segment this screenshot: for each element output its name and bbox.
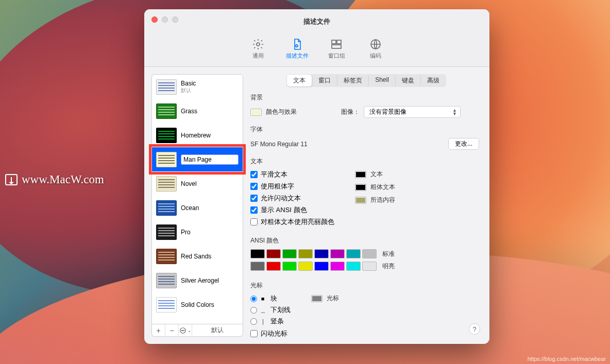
checkbox-input[interactable] xyxy=(250,183,258,190)
profile-thumbnail xyxy=(156,200,177,216)
checkbox-input[interactable] xyxy=(250,218,258,226)
ansi-color-well[interactable] xyxy=(266,262,281,271)
ansi-color-well[interactable] xyxy=(330,262,345,271)
ansi-color-well[interactable] xyxy=(314,262,329,271)
profile-thumbnail xyxy=(156,297,177,313)
toolbar-general[interactable]: 通用 xyxy=(246,36,270,66)
bright-bold-checkbox[interactable]: 对粗体文本使用亮丽颜色 xyxy=(250,217,334,227)
change-font-button[interactable]: 更改... xyxy=(448,138,479,150)
tab-window[interactable]: 窗口 xyxy=(312,75,337,86)
checkbox-label: 允许闪动文本 xyxy=(261,194,301,203)
ansi-color-well[interactable] xyxy=(282,249,297,258)
window-title: 描述文件 xyxy=(144,17,489,26)
radio-input[interactable] xyxy=(250,296,257,302)
background-image-select[interactable]: 没有背景图像 ▲▼ xyxy=(364,106,461,118)
profiles-panel: Basic默认GrassHomebrewNovelOceanProRed San… xyxy=(151,74,243,337)
checkbox-label: 显示 ANSI 颜色 xyxy=(261,205,307,215)
tab-shell[interactable]: Shell xyxy=(369,75,396,86)
use-bold-checkbox[interactable]: 使用粗体字 xyxy=(250,182,334,191)
profile-label-column: Ocean xyxy=(181,204,199,212)
ansi-color-well[interactable] xyxy=(250,249,265,258)
section-title: 字体 xyxy=(250,125,482,134)
window-minimize-button[interactable] xyxy=(162,16,168,23)
radio-input[interactable] xyxy=(250,307,257,314)
profile-row-ocean[interactable]: Ocean xyxy=(152,196,243,220)
tab-tab[interactable]: 标签页 xyxy=(337,75,369,86)
toolbar-profiles[interactable]: 描述文件 xyxy=(285,36,309,66)
smooth-text-checkbox[interactable]: 平滑文本 xyxy=(250,170,334,179)
ansi-color-well[interactable] xyxy=(362,249,377,258)
text-color-label: 文本 xyxy=(370,170,383,179)
section-background: 背景 颜色与效果 图像： 没有背景图像 ▲▼ xyxy=(250,93,482,118)
ansi-color-well[interactable] xyxy=(266,249,281,258)
profile-thumbnail xyxy=(156,103,177,119)
blink-cursor-checkbox[interactable]: 闪动光标 xyxy=(250,329,291,338)
profile-name: Basic xyxy=(181,80,196,87)
window-zoom-button[interactable] xyxy=(172,16,178,23)
ansi-color-well[interactable] xyxy=(298,249,313,258)
profiles-list[interactable]: Basic默认GrassHomebrewNovelOceanProRed San… xyxy=(151,74,243,324)
profile-row-man-page[interactable] xyxy=(152,147,243,171)
chevron-updown-icon: ▲▼ xyxy=(452,109,457,116)
ansi-color-well[interactable] xyxy=(298,262,313,271)
cursor-glyph: ｜ xyxy=(260,318,265,325)
profile-actions-button[interactable]: ⌄ xyxy=(179,324,192,336)
profile-label-column: Homebrew xyxy=(181,132,211,139)
checkbox-label: 平滑文本 xyxy=(261,170,287,179)
checkbox-input[interactable] xyxy=(250,171,258,178)
tab-text[interactable]: 文本 xyxy=(287,75,312,86)
ansi-color-well[interactable] xyxy=(346,262,361,271)
profile-row-solid-colors[interactable]: Solid Colors xyxy=(152,292,243,317)
ansi-color-well[interactable] xyxy=(282,262,297,271)
titlebar: 描述文件 xyxy=(144,9,489,34)
checkbox-input[interactable] xyxy=(250,195,258,202)
profile-row-novel[interactable]: Novel xyxy=(152,171,243,196)
tab-adv[interactable]: 高级 xyxy=(421,75,446,86)
svg-point-0 xyxy=(257,43,260,46)
radio-label: 竖条 xyxy=(270,317,284,326)
ansi-color-well[interactable] xyxy=(362,262,377,271)
tab-kbd[interactable]: 键盘 xyxy=(396,75,421,86)
profile-row-pro[interactable]: Pro xyxy=(152,220,243,244)
display-ansi-checkbox[interactable]: 显示 ANSI 颜色 xyxy=(250,205,334,215)
profile-row-grass[interactable]: Grass xyxy=(152,99,243,123)
profile-row-homebrew[interactable]: Homebrew xyxy=(152,123,243,147)
svg-rect-4 xyxy=(332,45,341,48)
profile-row-red-sands[interactable]: Red Sands xyxy=(152,244,243,268)
cursor-color-well[interactable] xyxy=(311,295,323,302)
section-title: 背景 xyxy=(250,93,482,102)
checkbox-input[interactable] xyxy=(250,206,258,214)
toolbar-window-groups[interactable]: 窗口组 xyxy=(325,36,348,66)
ansi-color-well[interactable] xyxy=(330,249,345,258)
toolbar-encodings[interactable]: 编码 xyxy=(364,36,387,66)
checkbox-input[interactable] xyxy=(250,330,258,337)
background-color-well[interactable] xyxy=(250,109,262,116)
help-button[interactable]: ? xyxy=(469,323,480,335)
profile-name: Silver Aerogel xyxy=(181,277,219,284)
profile-row-basic[interactable]: Basic默认 xyxy=(152,75,243,99)
profile-row-silver-aerogel[interactable]: Silver Aerogel xyxy=(152,268,243,292)
profile-name: Ocean xyxy=(181,204,199,212)
cursor-underline-radio[interactable]: ＿ 下划线 xyxy=(250,305,291,315)
ansi-color-well[interactable] xyxy=(346,249,361,258)
window-close-button[interactable] xyxy=(151,16,158,23)
bold-color-well[interactable] xyxy=(355,184,366,191)
profile-thumbnail xyxy=(156,128,177,143)
preferences-window: 描述文件 通用 描述文件 窗口组 编码 xyxy=(144,9,489,344)
ansi-color-well[interactable] xyxy=(314,249,329,258)
allow-blink-checkbox[interactable]: 允许闪动文本 xyxy=(250,194,334,203)
cursor-bar-radio[interactable]: ｜ 竖条 xyxy=(250,317,291,326)
watermark-text: www.MacW.com xyxy=(22,173,104,186)
profile-name-input[interactable] xyxy=(181,154,239,165)
text-color-well[interactable] xyxy=(355,171,366,178)
profile-thumbnail xyxy=(156,79,177,95)
set-default-button[interactable]: 默认 xyxy=(192,324,243,336)
selection-color-well[interactable] xyxy=(355,197,366,204)
ansi-color-well[interactable] xyxy=(250,262,265,271)
cursor-block-radio[interactable]: ■ 块 xyxy=(250,294,291,303)
radio-input[interactable] xyxy=(250,318,257,325)
remove-profile-button[interactable]: − xyxy=(165,324,179,336)
add-profile-button[interactable]: + xyxy=(152,324,165,336)
radio-label: 下划线 xyxy=(270,305,291,315)
toolbar-label: 编码 xyxy=(370,52,381,60)
